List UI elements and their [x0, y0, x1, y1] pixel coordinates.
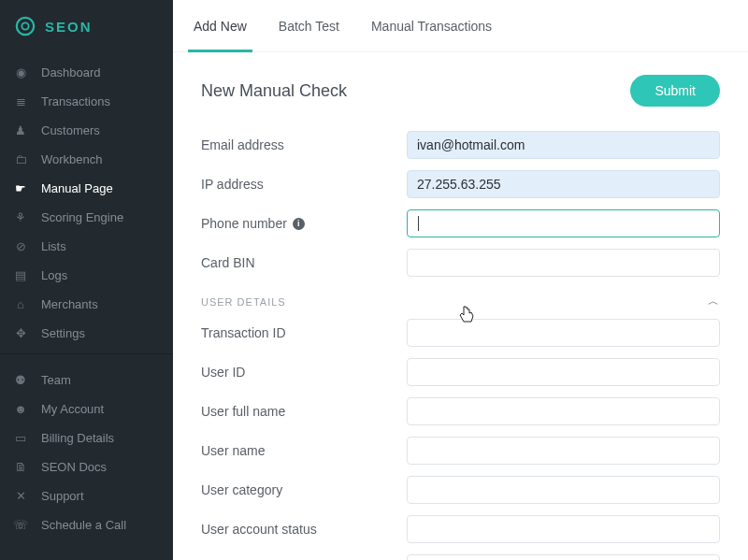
sidebar-nav-primary: ◉ Dashboard ≣ Transactions ♟ Customers 🗀… — [0, 52, 173, 348]
input-user-fullname[interactable] — [407, 397, 720, 425]
customers-icon: ♟ — [13, 123, 28, 137]
sidebar-item-label: Dashboard — [41, 65, 101, 79]
tab-manual-transactions[interactable]: Manual Transactions — [369, 0, 494, 52]
label-phone-text: Phone number — [201, 216, 287, 231]
page-title: New Manual Check — [201, 81, 347, 101]
input-email[interactable] — [407, 131, 720, 159]
row-cardbin: Card BIN — [201, 249, 720, 277]
input-phone[interactable] — [407, 209, 720, 237]
sidebar-item-label: My Account — [41, 402, 104, 416]
chevron-up-icon: ︿ — [708, 294, 720, 309]
input-user-name[interactable] — [407, 437, 720, 465]
row-user-fullname: User full name — [201, 397, 720, 425]
sidebar-item-label: Transactions — [41, 94, 110, 108]
sidebar-item-team[interactable]: ⚉ Team — [0, 366, 173, 395]
row-phone: Phone number i — [201, 209, 720, 237]
logs-icon: ▤ — [13, 268, 28, 282]
transactions-icon: ≣ — [13, 94, 28, 108]
manual-page-icon: ☛ — [13, 181, 28, 195]
label-cardbin: Card BIN — [201, 255, 407, 270]
row-user-bank-account: User bank account — [201, 554, 720, 560]
row-transaction-id: Transaction ID — [201, 319, 720, 347]
scoring-engine-icon: ⚘ — [13, 210, 28, 224]
sidebar-item-label: SEON Docs — [41, 460, 107, 474]
section-title: USER DETAILS — [201, 296, 286, 308]
sidebar-item-merchants[interactable]: ⌂ Merchants — [0, 290, 173, 319]
row-user-account-status: User account status — [201, 515, 720, 543]
row-user-category: User category — [201, 476, 720, 504]
row-ip: IP address — [201, 170, 720, 198]
info-icon[interactable]: i — [293, 218, 305, 230]
team-icon: ⚉ — [13, 373, 28, 387]
sidebar-divider — [0, 353, 173, 354]
label-transaction-id: Transaction ID — [201, 325, 407, 340]
sidebar-item-label: Settings — [41, 326, 85, 340]
label-user-account-status: User account status — [201, 522, 407, 537]
input-user-id[interactable] — [407, 358, 720, 386]
sidebar-item-support[interactable]: ✕ Support — [0, 481, 173, 510]
input-transaction-id[interactable] — [407, 319, 720, 347]
sidebar-item-workbench[interactable]: 🗀 Workbench — [0, 145, 173, 174]
sidebar-item-label: Workbench — [41, 152, 103, 166]
sidebar-item-manual-page[interactable]: ☛ Manual Page — [0, 174, 173, 203]
input-ip[interactable] — [407, 170, 720, 198]
brand-name: SEON — [45, 19, 93, 35]
sidebar-item-scoring-engine[interactable]: ⚘ Scoring Engine — [0, 203, 173, 232]
sidebar-item-lists[interactable]: ⊘ Lists — [0, 232, 173, 261]
settings-icon: ✥ — [13, 326, 28, 340]
sidebar-item-logs[interactable]: ▤ Logs — [0, 261, 173, 290]
label-user-id: User ID — [201, 365, 407, 380]
workbench-icon: 🗀 — [13, 152, 28, 166]
sidebar-item-label: Support — [41, 489, 84, 503]
sidebar-item-label: Team — [41, 373, 71, 387]
tab-label: Batch Test — [279, 19, 339, 34]
sidebar-item-label: Schedule a Call — [41, 518, 126, 532]
tab-label: Add New — [194, 19, 247, 34]
brand-logo-icon — [15, 16, 36, 36]
sidebar-item-label: Logs — [41, 268, 67, 282]
dashboard-icon: ◉ — [13, 65, 28, 79]
sidebar-item-dashboard[interactable]: ◉ Dashboard — [0, 58, 173, 87]
account-icon: ☻ — [13, 402, 28, 416]
row-user-name: User name — [201, 437, 720, 465]
input-user-account-status[interactable] — [407, 515, 720, 543]
sidebar-item-label: Billing Details — [41, 431, 114, 445]
label-user-category: User category — [201, 482, 407, 497]
sidebar-item-seon-docs[interactable]: 🗎 SEON Docs — [0, 452, 173, 481]
sidebar-nav-secondary: ⚉ Team ☻ My Account ▭ Billing Details 🗎 … — [0, 360, 173, 539]
billing-icon: ▭ — [13, 431, 28, 445]
brand: SEON — [0, 0, 173, 52]
label-phone: Phone number i — [201, 216, 407, 231]
docs-icon: 🗎 — [13, 460, 28, 474]
label-user-name: User name — [201, 443, 407, 458]
sidebar-item-settings[interactable]: ✥ Settings — [0, 319, 173, 348]
main-area: Add New Batch Test Manual Transactions N… — [173, 0, 748, 560]
sidebar-item-label: Manual Page — [41, 181, 113, 195]
sidebar-item-label: Scoring Engine — [41, 210, 123, 224]
schedule-icon: ☏ — [13, 518, 28, 532]
support-icon: ✕ — [13, 489, 28, 503]
tab-batch-test[interactable]: Batch Test — [277, 0, 341, 52]
input-user-bank-account[interactable] — [407, 554, 720, 560]
sidebar-item-my-account[interactable]: ☻ My Account — [0, 395, 173, 424]
sidebar-item-label: Merchants — [41, 297, 98, 311]
tab-label: Manual Transactions — [371, 19, 492, 34]
lists-icon: ⊘ — [13, 239, 28, 253]
sidebar-item-schedule-a-call[interactable]: ☏ Schedule a Call — [0, 510, 173, 539]
sidebar-item-label: Lists — [41, 239, 66, 253]
text-caret — [418, 216, 419, 231]
label-ip: IP address — [201, 177, 407, 192]
input-cardbin[interactable] — [407, 249, 720, 277]
row-user-id: User ID — [201, 358, 720, 386]
section-user-details-header[interactable]: USER DETAILS ︿ — [201, 294, 720, 309]
content: New Manual Check Submit Email address IP… — [173, 52, 748, 560]
sidebar-item-transactions[interactable]: ≣ Transactions — [0, 87, 173, 116]
sidebar-item-customers[interactable]: ♟ Customers — [0, 116, 173, 145]
sidebar-item-billing-details[interactable]: ▭ Billing Details — [0, 424, 173, 452]
svg-point-0 — [17, 18, 34, 35]
tab-add-new[interactable]: Add New — [192, 0, 249, 52]
submit-button[interactable]: Submit — [630, 75, 720, 107]
input-user-category[interactable] — [407, 476, 720, 504]
label-email: Email address — [201, 137, 407, 152]
label-user-fullname: User full name — [201, 404, 407, 419]
